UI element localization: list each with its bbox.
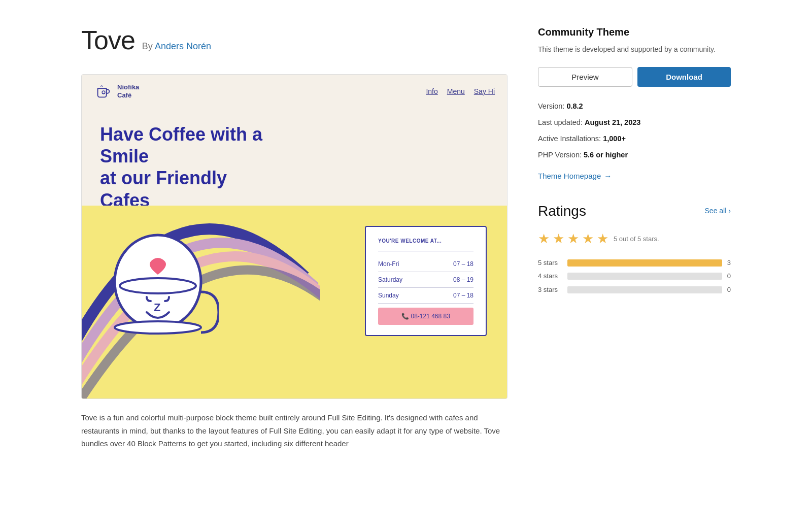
preview-nav-menu[interactable]: Menu	[447, 86, 465, 97]
ratings-header: Ratings See all ›	[538, 201, 731, 222]
theme-preview: NiofikaCafé Info Menu Say Hi Have Coffee…	[81, 74, 507, 399]
bar-fill-5	[567, 259, 722, 267]
schedule-card: YOU'RE WELCOME AT... Mon-Fri07 – 18 Satu…	[365, 226, 487, 336]
download-button[interactable]: Download	[637, 67, 731, 87]
bar-track-4	[567, 273, 722, 280]
left-column: Tove By Anders Norén	[81, 20, 507, 450]
chevron-right-icon: ›	[728, 206, 731, 216]
svg-point-3	[120, 278, 196, 293]
preview-nav: Info Menu Say Hi	[426, 86, 495, 97]
svg-point-5	[115, 321, 201, 334]
see-all-link[interactable]: See all ›	[705, 206, 731, 216]
preview-nav-sayhi[interactable]: Say Hi	[474, 86, 495, 97]
preview-nav-info[interactable]: Info	[426, 86, 437, 97]
coffee-mug-illustration: Z	[102, 226, 219, 383]
rating-bar-3stars: 3 stars 0	[538, 285, 731, 295]
action-buttons: Preview Download	[538, 67, 731, 87]
author-link[interactable]: Anders Norén	[155, 41, 211, 51]
bar-track-3	[567, 286, 722, 293]
right-column: Community Theme This theme is developed …	[538, 20, 731, 450]
theme-author: By Anders Norén	[142, 40, 211, 53]
preview-button[interactable]: Preview	[538, 67, 632, 87]
bar-track-5	[567, 259, 722, 267]
ratings-title: Ratings	[538, 201, 586, 222]
svg-rect-0	[94, 82, 113, 101]
installations-row: Active Installations: 1,000+	[538, 134, 731, 145]
last-updated-row: Last updated: August 21, 2023	[538, 117, 731, 128]
preview-headline: Have Coffee with a Smileat our Friendly …	[100, 123, 273, 211]
preview-logo: NiofikaCafé	[94, 82, 139, 101]
preview-yellow-section: Z YOU'RE WELCOME AT... Mon-Fri07 – 18 Sa…	[82, 206, 507, 399]
theme-homepage-link[interactable]: Theme Homepage →	[538, 171, 612, 182]
star-2: ★	[553, 229, 564, 249]
rating-bar-4stars: 4 stars 0	[538, 271, 731, 281]
schedule-row-saturday: Saturday08 – 19	[378, 272, 473, 288]
star-5: ★	[597, 229, 608, 249]
rating-bar-5stars: 5 stars 3	[538, 258, 731, 268]
preview-topbar: NiofikaCafé Info Menu Say Hi	[82, 75, 507, 108]
version-row: Version: 0.8.2	[538, 101, 731, 112]
star-3: ★	[567, 229, 579, 249]
stars-row: ★ ★ ★ ★ ★ 5 out of 5 stars.	[538, 229, 731, 249]
schedule-card-title: YOU'RE WELCOME AT...	[378, 237, 473, 245]
stars-label: 5 out of 5 stars.	[614, 234, 659, 244]
preview-main-content: Have Coffee with a Smileat our Friendly …	[82, 108, 507, 399]
star-1: ★	[538, 229, 550, 249]
community-title: Community Theme	[538, 24, 731, 40]
theme-title: Tove	[81, 20, 135, 60]
schedule-row-sunday: Sunday07 – 18	[378, 288, 473, 304]
php-row: PHP Version: 5.6 or higher	[538, 150, 731, 161]
theme-description: Tove is a fun and colorful multi-purpose…	[81, 411, 507, 450]
title-row: Tove By Anders Norén	[81, 20, 507, 60]
community-desc: This theme is developed and supported by…	[538, 44, 731, 55]
rating-bars: 5 stars 3 4 stars 0 3 stars 0	[538, 258, 731, 295]
schedule-row-monFri: Mon-Fri07 – 18	[378, 256, 473, 272]
cafe-logo-icon	[94, 82, 113, 101]
meta-table: Version: 0.8.2 Last updated: August 21, …	[538, 101, 731, 160]
schedule-phone-btn: 📞 08-121 468 83	[378, 308, 473, 325]
preview-logo-text: NiofikaCafé	[117, 83, 139, 99]
star-4: ★	[582, 229, 594, 249]
svg-text:Z: Z	[154, 301, 160, 314]
